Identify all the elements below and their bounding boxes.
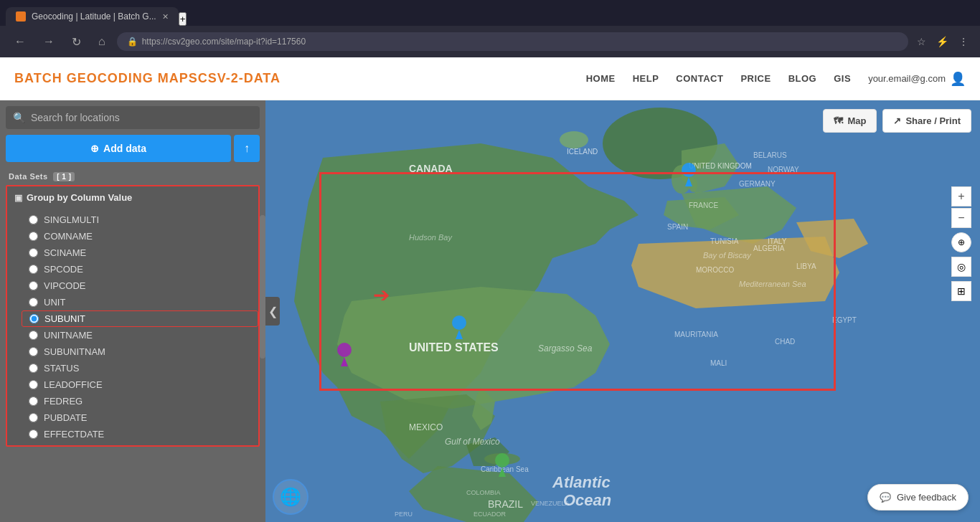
svg-text:ICELAND: ICELAND bbox=[567, 148, 598, 156]
share-icon: ↗ bbox=[893, 115, 901, 126]
radio-fedreg[interactable] bbox=[29, 397, 38, 406]
radio-pubdate[interactable] bbox=[29, 413, 38, 422]
map-view-button[interactable]: 🗺 Map bbox=[823, 109, 877, 133]
layers-button[interactable]: ⊞ bbox=[951, 281, 971, 301]
column-item-sciname[interactable]: SCINAME bbox=[22, 245, 258, 261]
svg-text:Mediterranean Sea: Mediterranean Sea bbox=[739, 280, 806, 288]
svg-text:Atlantic: Atlantic bbox=[552, 473, 611, 491]
svg-text:UNITED STATES: UNITED STATES bbox=[409, 341, 499, 353]
radio-unit[interactable] bbox=[29, 298, 38, 307]
column-label-spcode: SPCODE bbox=[44, 264, 83, 275]
column-label-fedreg: FEDREG bbox=[44, 396, 83, 407]
svg-text:Sargasso Sea: Sargasso Sea bbox=[538, 343, 593, 353]
new-tab-button[interactable]: + bbox=[179, 12, 187, 26]
nav-price[interactable]: Price bbox=[740, 73, 771, 84]
column-item-pubdate[interactable]: PUBDATE bbox=[22, 409, 258, 426]
svg-point-38 bbox=[682, 163, 696, 177]
zoom-out-button[interactable]: − bbox=[951, 208, 971, 228]
extensions-icon[interactable]: ⚡ bbox=[933, 33, 951, 50]
svg-text:SPAIN: SPAIN bbox=[667, 223, 688, 231]
user-info: your.email@g.com 👤 bbox=[868, 71, 966, 87]
svg-text:VENEZUELA: VENEZUELA bbox=[531, 500, 570, 507]
svg-text:MALI: MALI bbox=[710, 359, 727, 367]
svg-text:Ocean: Ocean bbox=[563, 491, 611, 509]
zoom-in-button[interactable]: + bbox=[951, 186, 971, 207]
svg-text:Gulf of Mexico: Gulf of Mexico bbox=[445, 437, 500, 447]
forward-button[interactable]: → bbox=[37, 32, 60, 51]
column-item-effectdate[interactable]: EFFECTDATE bbox=[22, 426, 258, 442]
radio-effectdate[interactable] bbox=[29, 430, 38, 439]
column-label-unit: UNIT bbox=[44, 297, 65, 308]
logo-batch: Batch Geocoding Maps bbox=[14, 71, 198, 86]
share-print-button[interactable]: ↗ Share / Print bbox=[882, 109, 971, 133]
column-item-status[interactable]: STATUS bbox=[22, 360, 258, 376]
radio-subunit[interactable] bbox=[29, 314, 39, 323]
sidebar-collapse-tab[interactable]: ❮ bbox=[265, 297, 280, 326]
upload-button[interactable]: ↑ bbox=[234, 135, 260, 162]
column-label-status: STATUS bbox=[44, 363, 79, 374]
svg-text:BRAZIL: BRAZIL bbox=[488, 498, 523, 510]
user-avatar-icon[interactable]: 👤 bbox=[950, 71, 966, 87]
column-item-spcode[interactable]: SPCODE bbox=[22, 261, 258, 277]
radio-singlmulti[interactable] bbox=[29, 215, 38, 224]
map-toolbar: 🗺 Map ↗ Share / Print bbox=[823, 109, 971, 133]
column-item-unit[interactable]: UNIT bbox=[22, 294, 258, 310]
compass-button[interactable]: ⊕ bbox=[951, 232, 971, 252]
feedback-icon: 💬 bbox=[880, 492, 891, 503]
nav-home[interactable]: Home bbox=[586, 73, 616, 84]
column-item-leadoffice[interactable]: LEADOFFICE bbox=[22, 376, 258, 393]
search-input[interactable] bbox=[31, 112, 253, 123]
radio-vipcode[interactable] bbox=[29, 281, 38, 290]
main-layout: Batch Geocoding Maps CSV-2-Data Home Hel… bbox=[0, 57, 980, 522]
menu-icon[interactable]: ⋮ bbox=[956, 33, 971, 50]
column-label-pubdate: PUBDATE bbox=[44, 412, 87, 423]
active-tab[interactable]: Geocoding | Latitude | Batch G... ✕ bbox=[6, 7, 179, 26]
nav-gis[interactable]: GIS bbox=[834, 73, 851, 84]
radio-unitname[interactable] bbox=[29, 331, 38, 340]
user-email: your.email@g.com bbox=[868, 73, 946, 84]
radio-comname[interactable] bbox=[29, 232, 38, 241]
svg-text:MAURITANIA: MAURITANIA bbox=[674, 331, 718, 338]
group-header[interactable]: ▣ Group by Column Value bbox=[7, 186, 258, 209]
target-button[interactable]: ◎ bbox=[951, 257, 971, 277]
feedback-label: Give feedback bbox=[897, 492, 956, 503]
svg-point-39 bbox=[337, 343, 352, 357]
nav-blog[interactable]: Blog bbox=[788, 73, 817, 84]
tab-bar: Geocoding | Latitude | Batch G... ✕ + bbox=[0, 0, 980, 26]
nav-contact[interactable]: Contact bbox=[676, 73, 723, 84]
column-item-subunit[interactable]: SUBUNIT bbox=[22, 310, 258, 327]
column-item-vipcode[interactable]: VIPCODE bbox=[22, 277, 258, 294]
radio-status[interactable] bbox=[29, 364, 38, 373]
radio-subunitnam[interactable] bbox=[29, 347, 38, 356]
add-data-button[interactable]: ⊕ Add data bbox=[6, 135, 231, 162]
column-item-subunitnam[interactable]: SUBUNITNAM bbox=[22, 343, 258, 360]
svg-point-3 bbox=[560, 131, 588, 148]
site-nav: Home Help Contact Price Blog GIS your.em… bbox=[586, 71, 966, 87]
svg-point-40 bbox=[452, 315, 466, 330]
home-button[interactable]: ⌂ bbox=[93, 32, 111, 51]
nav-help[interactable]: Help bbox=[633, 73, 659, 84]
refresh-button[interactable]: ↻ bbox=[66, 32, 87, 52]
tab-close[interactable]: ✕ bbox=[162, 12, 169, 22]
column-item-comname[interactable]: COMNAME bbox=[22, 228, 258, 245]
browser-nav-icons: ☆ ⚡ ⋮ bbox=[914, 33, 971, 50]
world-map-svg: Sargasso Sea Gulf of Mexico Hudson Bay B… bbox=[265, 100, 980, 522]
svg-text:ITALY: ITALY bbox=[768, 237, 787, 245]
column-item-fedreg[interactable]: FEDREG bbox=[22, 393, 258, 409]
bookmarks-icon[interactable]: ☆ bbox=[914, 33, 929, 50]
column-item-singlmulti[interactable]: SINGLMULTI bbox=[22, 212, 258, 228]
feedback-button[interactable]: 💬 Give feedback bbox=[867, 484, 969, 511]
radio-spcode[interactable] bbox=[29, 265, 38, 274]
radio-leadoffice[interactable] bbox=[29, 380, 38, 389]
column-item-unitname[interactable]: UNITNAME bbox=[22, 327, 258, 343]
radio-sciname[interactable] bbox=[29, 248, 38, 257]
logo: Batch Geocoding Maps CSV-2-Data bbox=[14, 71, 281, 86]
map-area[interactable]: Sargasso Sea Gulf of Mexico Hudson Bay B… bbox=[265, 100, 980, 522]
globe-watermark: 🌐 bbox=[273, 479, 308, 515]
column-label-unitname: UNITNAME bbox=[44, 330, 93, 341]
address-bar[interactable]: 🔒 https://csv2geo.com/site/map-it?id=117… bbox=[117, 32, 908, 51]
back-button[interactable]: ← bbox=[9, 32, 32, 51]
svg-text:Bay of Biscay: Bay of Biscay bbox=[703, 251, 752, 260]
svg-text:MEXICO: MEXICO bbox=[409, 422, 443, 432]
svg-text:ECUADOR: ECUADOR bbox=[473, 511, 507, 518]
